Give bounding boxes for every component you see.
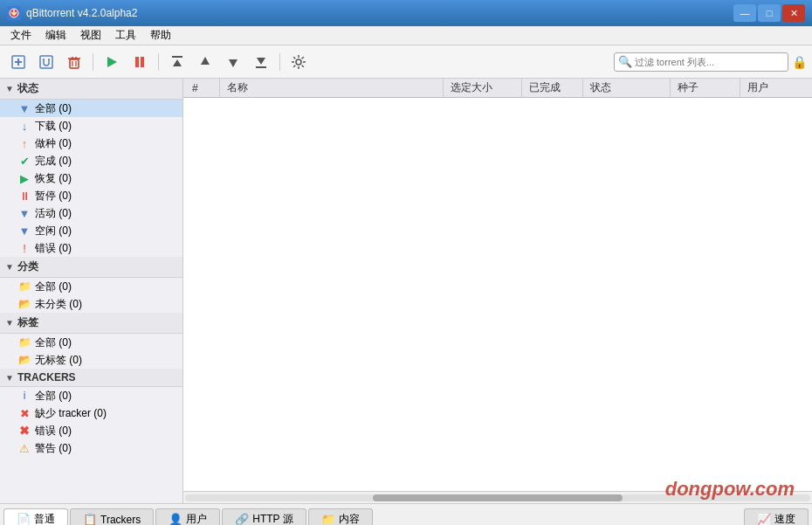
tr-all-icon: i: [17, 389, 31, 403]
add-torrent-button[interactable]: [5, 50, 31, 74]
move-top-button[interactable]: [164, 50, 190, 74]
sidebar-item-tr-missing[interactable]: ✖ 缺少 tracker (0): [0, 404, 182, 422]
tab-peers-icon: 👤: [169, 513, 182, 525]
sidebar-section-trackers[interactable]: ▼ TRACKERS: [0, 369, 182, 387]
sidebar-item-cat-all-label: 全部 (0): [35, 280, 72, 294]
add-magnet-icon: [38, 54, 54, 70]
close-button[interactable]: ✕: [782, 4, 805, 22]
sidebar-item-inactive[interactable]: ▼ 空闲 (0): [0, 222, 182, 239]
tab-peers[interactable]: 👤 用户: [155, 508, 220, 525]
move-bottom-button[interactable]: [248, 50, 274, 74]
tr-error-icon: ✖: [17, 424, 31, 438]
move-up-button[interactable]: [192, 50, 218, 74]
sidebar-item-paused[interactable]: ⏸ 暂停 (0): [0, 187, 182, 204]
h-scrollbar-track[interactable]: [185, 494, 810, 501]
settings-button[interactable]: [286, 50, 312, 74]
sidebar-item-tr-warn[interactable]: ⚠ 警告 (0): [0, 439, 182, 457]
col-header-status[interactable]: 状态: [583, 79, 671, 97]
tab-general-icon: 📄: [17, 513, 31, 526]
sidebar-section-category[interactable]: ▼ 分类: [0, 257, 182, 278]
sidebar-item-active[interactable]: ▼ 活动 (0): [0, 204, 182, 222]
tab-speed[interactable]: 📈 速度: [744, 508, 809, 525]
pause-button[interactable]: [127, 50, 153, 74]
tab-general[interactable]: 📄 普通: [3, 508, 68, 525]
h-scrollbar-thumb[interactable]: [373, 494, 623, 501]
title-bar-left: qBittorrent v4.2.0alpha2: [7, 6, 137, 20]
add-magnet-button[interactable]: [33, 50, 59, 74]
completed-icon: ✔: [17, 154, 31, 168]
tab-general-label: 普通: [34, 512, 55, 526]
sidebar-item-all[interactable]: ▼ 全部 (0): [0, 100, 182, 117]
menu-view[interactable]: 视图: [73, 26, 108, 45]
toolbar: 🔍 🔒: [0, 45, 812, 79]
active-icon: ▼: [17, 206, 31, 220]
seeding-icon: ↑: [17, 136, 31, 150]
col-header-seeds[interactable]: 种子: [671, 79, 740, 97]
col-header-name[interactable]: 名称: [220, 79, 444, 97]
search-icon: 🔍: [618, 55, 632, 68]
move-top-icon: [169, 54, 185, 70]
tab-content-label: 内容: [339, 512, 360, 525]
search-box: 🔍: [614, 52, 788, 72]
title-bar: qBittorrent v4.2.0alpha2 — □ ✕: [0, 0, 812, 26]
status-section-label: 状态: [17, 81, 38, 96]
toolbar-sep-3: [279, 53, 280, 71]
sidebar-item-completed[interactable]: ✔ 完成 (0): [0, 152, 182, 169]
col-header-users[interactable]: 用户: [740, 79, 810, 97]
settings-icon: [291, 54, 306, 70]
sidebar-item-error[interactable]: ! 错误 (0): [0, 239, 182, 257]
sidebar-item-tag-all[interactable]: 📁 全部 (0): [0, 334, 182, 351]
sidebar-item-tag-none[interactable]: 📂 无标签 (0): [0, 351, 182, 369]
col-header-num[interactable]: #: [185, 79, 220, 97]
sidebar-item-downloading-label: 下载 (0): [35, 119, 72, 134]
sidebar-section-tags[interactable]: ▼ 标签: [0, 313, 182, 334]
menu-tools[interactable]: 工具: [108, 26, 143, 45]
sidebar-item-tr-all[interactable]: i 全部 (0): [0, 387, 182, 404]
tab-http[interactable]: 🔗 HTTP 源: [222, 508, 306, 525]
torrent-list[interactable]: [183, 98, 812, 491]
sidebar-item-cat-none[interactable]: 📂 未分类 (0): [0, 295, 182, 313]
pause-icon: [132, 54, 148, 70]
search-input[interactable]: [635, 57, 783, 67]
sidebar-item-seeding-label: 做种 (0): [35, 136, 72, 151]
svg-marker-19: [257, 58, 265, 65]
svg-rect-5: [70, 59, 79, 68]
cat-all-icon: 📁: [17, 280, 31, 294]
tab-speed-icon: 📈: [757, 513, 771, 525]
window-controls: — □ ✕: [733, 4, 805, 22]
sidebar-item-resumed-label: 恢复 (0): [35, 171, 72, 186]
sidebar: ▼ 状态 ▼ 全部 (0) ↓ 下载 (0) ↑ 做种 (0) ✔ 完成 (0)…: [0, 79, 183, 503]
sidebar-section-status[interactable]: ▼ 状态: [0, 79, 182, 100]
sidebar-item-seeding[interactable]: ↑ 做种 (0): [0, 135, 182, 152]
tab-content[interactable]: 📁 内容: [308, 508, 373, 525]
tab-http-label: HTTP 源: [252, 512, 292, 525]
paused-icon: ⏸: [17, 189, 31, 203]
horizontal-scrollbar[interactable]: [183, 491, 812, 503]
svg-marker-11: [107, 57, 117, 67]
sidebar-item-downloading[interactable]: ↓ 下载 (0): [0, 117, 182, 135]
sidebar-item-cat-all[interactable]: 📁 全部 (0): [0, 278, 182, 295]
menu-edit[interactable]: 编辑: [38, 26, 73, 45]
sidebar-item-paused-label: 暂停 (0): [35, 189, 72, 204]
svg-rect-2: [40, 56, 52, 68]
sidebar-item-error-label: 错误 (0): [35, 241, 72, 256]
maximize-button[interactable]: □: [758, 4, 781, 22]
col-header-size[interactable]: 选定大小: [444, 79, 522, 97]
menu-bar: 文件 编辑 视图 工具 帮助: [0, 26, 812, 45]
delete-button[interactable]: [61, 50, 87, 74]
sidebar-item-tr-all-label: 全部 (0): [35, 389, 72, 404]
bottom-tabs: 📄 普通 📋 Trackers 👤 用户 🔗 HTTP 源 📁 内容 📈 速度: [0, 503, 812, 525]
sidebar-item-tr-error[interactable]: ✖ 错误 (0): [0, 422, 182, 439]
sidebar-item-cat-none-label: 未分类 (0): [35, 297, 82, 312]
col-header-done[interactable]: 已完成: [522, 79, 583, 97]
minimize-button[interactable]: —: [733, 4, 756, 22]
move-down-button[interactable]: [220, 50, 246, 74]
menu-help[interactable]: 帮助: [143, 26, 178, 45]
sidebar-item-tr-warn-label: 警告 (0): [35, 441, 72, 456]
resume-button[interactable]: [99, 50, 125, 74]
tab-trackers[interactable]: 📋 Trackers: [70, 508, 154, 525]
sidebar-item-resumed[interactable]: ▶ 恢复 (0): [0, 169, 182, 187]
menu-file[interactable]: 文件: [3, 26, 38, 45]
category-collapse-icon: ▼: [5, 262, 14, 272]
sidebar-scroll[interactable]: ▼ 状态 ▼ 全部 (0) ↓ 下载 (0) ↑ 做种 (0) ✔ 完成 (0)…: [0, 79, 182, 503]
